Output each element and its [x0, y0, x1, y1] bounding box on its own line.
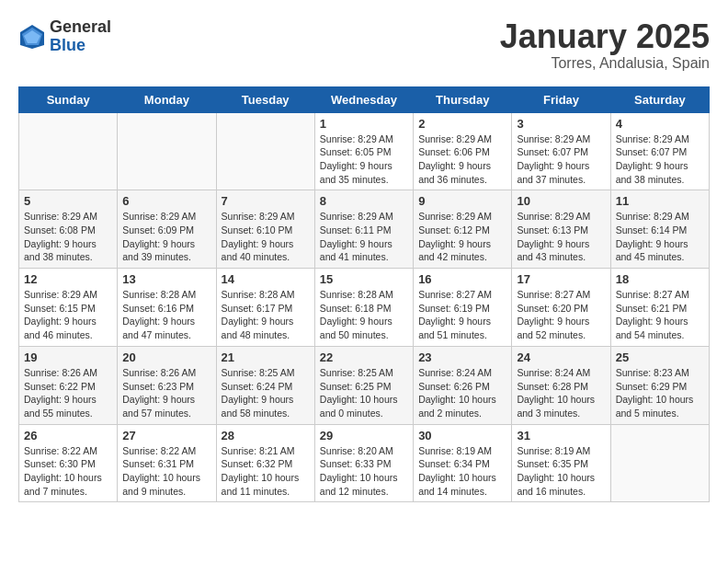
calendar-cell: 22Sunrise: 8:25 AM Sunset: 6:25 PM Dayli… — [314, 346, 413, 424]
day-number: 2 — [418, 117, 506, 131]
day-number: 4 — [616, 117, 704, 131]
day-info: Sunrise: 8:19 AM Sunset: 6:34 PM Dayligh… — [418, 444, 506, 499]
calendar-cell: 15Sunrise: 8:28 AM Sunset: 6:18 PM Dayli… — [314, 269, 413, 347]
day-number: 15 — [320, 272, 408, 286]
calendar-week-row: 5Sunrise: 8:29 AM Sunset: 6:08 PM Daylig… — [19, 190, 710, 269]
calendar-cell: 9Sunrise: 8:29 AM Sunset: 6:12 PM Daylig… — [414, 190, 512, 269]
day-info: Sunrise: 8:29 AM Sunset: 6:14 PM Dayligh… — [616, 210, 704, 264]
calendar-cell: 25Sunrise: 8:23 AM Sunset: 6:29 PM Dayli… — [610, 346, 709, 424]
calendar-cell: 7Sunrise: 8:29 AM Sunset: 6:10 PM Daylig… — [216, 190, 314, 269]
day-info: Sunrise: 8:22 AM Sunset: 6:30 PM Dayligh… — [24, 444, 112, 499]
weekday-header-saturday: Saturday — [610, 86, 709, 112]
day-number: 22 — [320, 350, 408, 364]
calendar-cell: 28Sunrise: 8:21 AM Sunset: 6:32 PM Dayli… — [216, 424, 314, 502]
day-info: Sunrise: 8:25 AM Sunset: 6:24 PM Dayligh… — [222, 366, 310, 420]
day-number: 19 — [24, 350, 112, 364]
day-number: 1 — [320, 117, 408, 131]
calendar-cell: 10Sunrise: 8:29 AM Sunset: 6:13 PM Dayli… — [512, 190, 610, 269]
day-number: 29 — [320, 429, 408, 442]
calendar-cell: 18Sunrise: 8:27 AM Sunset: 6:21 PM Dayli… — [610, 269, 709, 347]
day-number: 18 — [616, 272, 704, 286]
weekday-header-row: SundayMondayTuesdayWednesdayThursdayFrid… — [19, 86, 710, 112]
calendar-cell: 24Sunrise: 8:24 AM Sunset: 6:28 PM Dayli… — [512, 346, 610, 424]
day-number: 6 — [122, 194, 210, 208]
logo-icon — [18, 23, 46, 51]
calendar-cell — [216, 112, 314, 190]
calendar-week-row: 1Sunrise: 8:29 AM Sunset: 6:05 PM Daylig… — [19, 112, 710, 190]
day-info: Sunrise: 8:27 AM Sunset: 6:21 PM Dayligh… — [616, 288, 704, 342]
calendar-week-row: 19Sunrise: 8:26 AM Sunset: 6:22 PM Dayli… — [19, 346, 710, 424]
weekday-header-wednesday: Wednesday — [314, 86, 413, 112]
weekday-header-thursday: Thursday — [414, 86, 512, 112]
calendar-cell: 31Sunrise: 8:19 AM Sunset: 6:35 PM Dayli… — [512, 424, 610, 502]
day-info: Sunrise: 8:29 AM Sunset: 6:07 PM Dayligh… — [517, 132, 605, 187]
day-number: 14 — [222, 272, 310, 286]
day-info: Sunrise: 8:29 AM Sunset: 6:09 PM Dayligh… — [122, 210, 210, 264]
weekday-header-sunday: Sunday — [19, 86, 118, 112]
title-block: January 2025 Torres, Andalusia, Spain — [500, 18, 710, 72]
calendar-cell: 8Sunrise: 8:29 AM Sunset: 6:11 PM Daylig… — [314, 190, 413, 269]
day-number: 10 — [517, 194, 605, 208]
calendar-table: SundayMondayTuesdayWednesdayThursdayFrid… — [18, 86, 710, 503]
day-number: 3 — [517, 117, 605, 131]
calendar-cell: 5Sunrise: 8:29 AM Sunset: 6:08 PM Daylig… — [19, 190, 118, 269]
logo: General Blue — [18, 18, 111, 55]
day-number: 31 — [517, 429, 605, 442]
calendar-cell: 26Sunrise: 8:22 AM Sunset: 6:30 PM Dayli… — [19, 424, 118, 502]
calendar-cell: 20Sunrise: 8:26 AM Sunset: 6:23 PM Dayli… — [118, 346, 216, 424]
day-info: Sunrise: 8:20 AM Sunset: 6:33 PM Dayligh… — [320, 444, 408, 499]
day-number: 13 — [122, 272, 210, 286]
day-number: 20 — [122, 350, 210, 364]
calendar-cell: 1Sunrise: 8:29 AM Sunset: 6:05 PM Daylig… — [314, 112, 413, 190]
calendar-cell: 29Sunrise: 8:20 AM Sunset: 6:33 PM Dayli… — [314, 424, 413, 502]
day-info: Sunrise: 8:28 AM Sunset: 6:16 PM Dayligh… — [122, 288, 210, 342]
day-info: Sunrise: 8:21 AM Sunset: 6:32 PM Dayligh… — [222, 444, 310, 499]
calendar-cell: 14Sunrise: 8:28 AM Sunset: 6:17 PM Dayli… — [216, 269, 314, 347]
calendar-cell: 13Sunrise: 8:28 AM Sunset: 6:16 PM Dayli… — [118, 269, 216, 347]
day-number: 7 — [222, 194, 310, 208]
day-info: Sunrise: 8:29 AM Sunset: 6:07 PM Dayligh… — [616, 132, 704, 187]
calendar-cell: 11Sunrise: 8:29 AM Sunset: 6:14 PM Dayli… — [610, 190, 709, 269]
day-number: 8 — [320, 194, 408, 208]
calendar-cell: 6Sunrise: 8:29 AM Sunset: 6:09 PM Daylig… — [118, 190, 216, 269]
day-info: Sunrise: 8:29 AM Sunset: 6:06 PM Dayligh… — [418, 132, 506, 187]
calendar-cell: 16Sunrise: 8:27 AM Sunset: 6:19 PM Dayli… — [414, 269, 512, 347]
calendar-cell: 23Sunrise: 8:24 AM Sunset: 6:26 PM Dayli… — [414, 346, 512, 424]
day-info: Sunrise: 8:29 AM Sunset: 6:10 PM Dayligh… — [222, 210, 310, 264]
day-number: 23 — [418, 350, 506, 364]
day-number: 24 — [517, 350, 605, 364]
calendar-week-row: 26Sunrise: 8:22 AM Sunset: 6:30 PM Dayli… — [19, 424, 710, 502]
logo-general-text: General — [50, 18, 111, 37]
day-number: 25 — [616, 350, 704, 364]
day-info: Sunrise: 8:24 AM Sunset: 6:28 PM Dayligh… — [517, 366, 605, 420]
day-info: Sunrise: 8:23 AM Sunset: 6:29 PM Dayligh… — [616, 366, 704, 420]
calendar-cell: 3Sunrise: 8:29 AM Sunset: 6:07 PM Daylig… — [512, 112, 610, 190]
day-number: 26 — [24, 429, 112, 442]
calendar-cell: 2Sunrise: 8:29 AM Sunset: 6:06 PM Daylig… — [414, 112, 512, 190]
day-info: Sunrise: 8:29 AM Sunset: 6:08 PM Dayligh… — [24, 210, 112, 264]
day-info: Sunrise: 8:26 AM Sunset: 6:23 PM Dayligh… — [122, 366, 210, 420]
day-info: Sunrise: 8:26 AM Sunset: 6:22 PM Dayligh… — [24, 366, 112, 420]
day-info: Sunrise: 8:25 AM Sunset: 6:25 PM Dayligh… — [320, 366, 408, 420]
day-info: Sunrise: 8:27 AM Sunset: 6:20 PM Dayligh… — [517, 288, 605, 342]
calendar-cell: 12Sunrise: 8:29 AM Sunset: 6:15 PM Dayli… — [19, 269, 118, 347]
calendar-cell — [610, 424, 709, 502]
day-number: 16 — [418, 272, 506, 286]
day-number: 30 — [418, 429, 506, 442]
day-info: Sunrise: 8:29 AM Sunset: 6:13 PM Dayligh… — [517, 210, 605, 264]
calendar-cell: 27Sunrise: 8:22 AM Sunset: 6:31 PM Dayli… — [118, 424, 216, 502]
day-number: 28 — [222, 429, 310, 442]
day-info: Sunrise: 8:19 AM Sunset: 6:35 PM Dayligh… — [517, 444, 605, 499]
day-number: 5 — [24, 194, 112, 208]
logo-text: General Blue — [50, 18, 111, 55]
calendar-cell: 21Sunrise: 8:25 AM Sunset: 6:24 PM Dayli… — [216, 346, 314, 424]
calendar-week-row: 12Sunrise: 8:29 AM Sunset: 6:15 PM Dayli… — [19, 269, 710, 347]
month-title: January 2025 — [500, 18, 710, 55]
weekday-header-tuesday: Tuesday — [216, 86, 314, 112]
calendar-cell: 4Sunrise: 8:29 AM Sunset: 6:07 PM Daylig… — [610, 112, 709, 190]
logo-blue-text: Blue — [50, 37, 111, 55]
calendar-cell: 17Sunrise: 8:27 AM Sunset: 6:20 PM Dayli… — [512, 269, 610, 347]
day-info: Sunrise: 8:22 AM Sunset: 6:31 PM Dayligh… — [122, 444, 210, 499]
day-number: 9 — [418, 194, 506, 208]
day-number: 12 — [24, 272, 112, 286]
